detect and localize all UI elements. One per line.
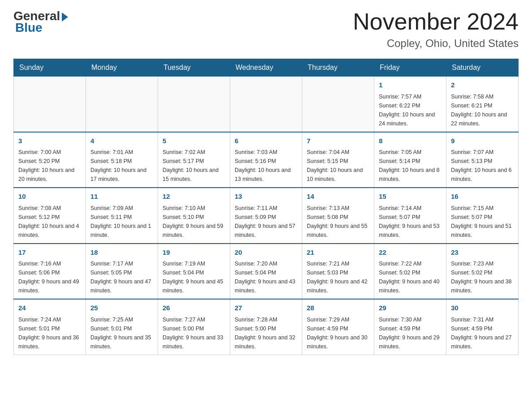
- calendar-week-4: 17 Sunrise: 7:16 AM Sunset: 5:06 PM Dayl…: [14, 244, 519, 300]
- day-number: 23: [451, 248, 514, 258]
- sunrise-text: Sunrise: 7:05 AM: [379, 148, 442, 157]
- calendar-week-2: 3 Sunrise: 7:00 AM Sunset: 5:20 PM Dayli…: [14, 132, 519, 188]
- sunrise-text: Sunrise: 7:21 AM: [307, 259, 369, 268]
- day-number: 25: [90, 303, 153, 313]
- day-number: 4: [90, 136, 153, 146]
- sunrise-text: Sunrise: 7:30 AM: [379, 315, 442, 324]
- daylight-text: Daylight: 9 hours and 45 minutes.: [163, 277, 225, 295]
- sunset-text: Sunset: 5:01 PM: [90, 324, 153, 333]
- sunrise-text: Sunrise: 7:57 AM: [379, 92, 442, 101]
- calendar-cell: 21 Sunrise: 7:21 AM Sunset: 5:03 PM Dayl…: [302, 244, 374, 300]
- daylight-text: Daylight: 9 hours and 38 minutes.: [451, 277, 514, 295]
- calendar-cell: 11 Sunrise: 7:09 AM Sunset: 5:11 PM Dayl…: [86, 188, 158, 244]
- day-info: Sunrise: 7:14 AM Sunset: 5:07 PM Dayligh…: [379, 204, 442, 240]
- calendar-cell: 23 Sunrise: 7:23 AM Sunset: 5:02 PM Dayl…: [446, 244, 519, 300]
- day-number: 15: [379, 192, 442, 202]
- day-info: Sunrise: 7:29 AM Sunset: 4:59 PM Dayligh…: [307, 315, 369, 351]
- day-number: 30: [451, 303, 514, 313]
- calendar-week-5: 24 Sunrise: 7:24 AM Sunset: 5:01 PM Dayl…: [14, 299, 519, 355]
- sunrise-text: Sunrise: 7:28 AM: [235, 315, 297, 324]
- sunset-text: Sunset: 5:10 PM: [163, 213, 225, 222]
- day-number: 11: [90, 192, 153, 202]
- day-number: 17: [18, 248, 81, 258]
- sunrise-text: Sunrise: 7:29 AM: [307, 315, 369, 324]
- sunrise-text: Sunrise: 7:20 AM: [235, 259, 297, 268]
- day-info: Sunrise: 7:01 AM Sunset: 5:18 PM Dayligh…: [90, 148, 153, 184]
- day-info: Sunrise: 7:24 AM Sunset: 5:01 PM Dayligh…: [18, 315, 81, 351]
- daylight-text: Daylight: 9 hours and 49 minutes.: [18, 277, 81, 295]
- sunrise-text: Sunrise: 7:27 AM: [163, 315, 225, 324]
- calendar-cell: 6 Sunrise: 7:03 AM Sunset: 5:16 PM Dayli…: [230, 132, 302, 188]
- calendar-cell: [86, 77, 158, 132]
- day-info: Sunrise: 7:19 AM Sunset: 5:04 PM Dayligh…: [163, 259, 225, 295]
- sunset-text: Sunset: 5:11 PM: [90, 213, 153, 222]
- day-number: 9: [451, 136, 514, 146]
- day-info: Sunrise: 7:08 AM Sunset: 5:12 PM Dayligh…: [18, 204, 81, 240]
- sunrise-text: Sunrise: 7:14 AM: [379, 204, 442, 213]
- daylight-text: Daylight: 10 hours and 24 minutes.: [379, 110, 442, 128]
- sunrise-text: Sunrise: 7:09 AM: [90, 204, 153, 213]
- sunset-text: Sunset: 5:17 PM: [163, 157, 225, 166]
- calendar-cell: 1 Sunrise: 7:57 AM Sunset: 6:22 PM Dayli…: [374, 77, 446, 132]
- calendar-title: November 2024: [353, 9, 519, 34]
- header-saturday: Saturday: [446, 59, 519, 77]
- sunset-text: Sunset: 5:04 PM: [235, 268, 297, 277]
- sunrise-text: Sunrise: 7:00 AM: [18, 148, 81, 157]
- calendar-subtitle: Copley, Ohio, United States: [353, 37, 519, 50]
- header-thursday: Thursday: [302, 59, 374, 77]
- logo-blue-text: Blue: [13, 21, 43, 35]
- sunset-text: Sunset: 6:22 PM: [379, 101, 442, 110]
- sunrise-text: Sunrise: 7:31 AM: [451, 315, 514, 324]
- calendar-cell: 17 Sunrise: 7:16 AM Sunset: 5:06 PM Dayl…: [14, 244, 86, 300]
- day-number: 16: [451, 192, 514, 202]
- calendar-cell: 24 Sunrise: 7:24 AM Sunset: 5:01 PM Dayl…: [14, 299, 86, 355]
- sunset-text: Sunset: 5:01 PM: [18, 324, 81, 333]
- daylight-text: Daylight: 10 hours and 17 minutes.: [90, 166, 153, 184]
- daylight-text: Daylight: 9 hours and 27 minutes.: [451, 333, 514, 351]
- day-number: 18: [90, 248, 153, 258]
- daylight-text: Daylight: 9 hours and 40 minutes.: [379, 277, 442, 295]
- calendar-cell: 3 Sunrise: 7:00 AM Sunset: 5:20 PM Dayli…: [14, 132, 86, 188]
- calendar-cell: 8 Sunrise: 7:05 AM Sunset: 5:14 PM Dayli…: [374, 132, 446, 188]
- calendar-cell: 26 Sunrise: 7:27 AM Sunset: 5:00 PM Dayl…: [158, 299, 230, 355]
- calendar-cell: 15 Sunrise: 7:14 AM Sunset: 5:07 PM Dayl…: [374, 188, 446, 244]
- daylight-text: Daylight: 9 hours and 42 minutes.: [307, 277, 369, 295]
- logo-arrow-icon: [62, 13, 68, 21]
- day-info: Sunrise: 7:28 AM Sunset: 5:00 PM Dayligh…: [235, 315, 297, 351]
- sunrise-text: Sunrise: 7:58 AM: [451, 92, 514, 101]
- daylight-text: Daylight: 10 hours and 8 minutes.: [379, 166, 442, 184]
- daylight-text: Daylight: 9 hours and 33 minutes.: [163, 333, 225, 351]
- daylight-text: Daylight: 9 hours and 51 minutes.: [451, 222, 514, 240]
- sunset-text: Sunset: 5:08 PM: [307, 213, 369, 222]
- page-header: General Blue November 2024 Copley, Ohio,…: [13, 9, 519, 50]
- day-number: 13: [235, 192, 297, 202]
- day-info: Sunrise: 7:20 AM Sunset: 5:04 PM Dayligh…: [235, 259, 297, 295]
- calendar-cell: [230, 77, 302, 132]
- sunset-text: Sunset: 5:15 PM: [307, 157, 369, 166]
- sunset-text: Sunset: 5:09 PM: [235, 213, 297, 222]
- sunset-text: Sunset: 5:14 PM: [379, 157, 442, 166]
- daylight-text: Daylight: 10 hours and 6 minutes.: [451, 166, 514, 184]
- day-info: Sunrise: 7:09 AM Sunset: 5:11 PM Dayligh…: [90, 204, 153, 240]
- sunrise-text: Sunrise: 7:11 AM: [235, 204, 297, 213]
- day-info: Sunrise: 7:02 AM Sunset: 5:17 PM Dayligh…: [163, 148, 225, 184]
- day-number: 26: [163, 303, 225, 313]
- sunset-text: Sunset: 5:03 PM: [307, 268, 369, 277]
- daylight-text: Daylight: 9 hours and 32 minutes.: [235, 333, 297, 351]
- calendar-cell: 19 Sunrise: 7:19 AM Sunset: 5:04 PM Dayl…: [158, 244, 230, 300]
- calendar-cell: 16 Sunrise: 7:15 AM Sunset: 5:07 PM Dayl…: [446, 188, 519, 244]
- sunrise-text: Sunrise: 7:19 AM: [163, 259, 225, 268]
- day-number: 3: [18, 136, 81, 146]
- sunrise-text: Sunrise: 7:23 AM: [451, 259, 514, 268]
- sunset-text: Sunset: 5:18 PM: [90, 157, 153, 166]
- day-number: 1: [379, 80, 442, 90]
- day-number: 19: [163, 248, 225, 258]
- sunset-text: Sunset: 5:16 PM: [235, 157, 297, 166]
- daylight-text: Daylight: 9 hours and 59 minutes.: [163, 222, 225, 240]
- calendar-cell: 4 Sunrise: 7:01 AM Sunset: 5:18 PM Dayli…: [86, 132, 158, 188]
- header-sunday: Sunday: [14, 59, 86, 77]
- calendar-cell: [302, 77, 374, 132]
- calendar-cell: 7 Sunrise: 7:04 AM Sunset: 5:15 PM Dayli…: [302, 132, 374, 188]
- calendar-header-row: Sunday Monday Tuesday Wednesday Thursday…: [14, 59, 519, 77]
- day-info: Sunrise: 7:31 AM Sunset: 4:59 PM Dayligh…: [451, 315, 514, 351]
